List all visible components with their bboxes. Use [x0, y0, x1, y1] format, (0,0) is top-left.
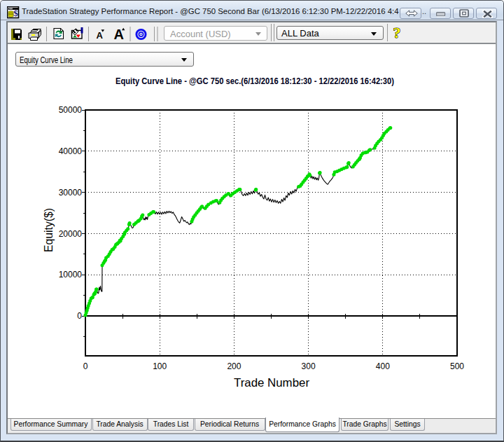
- svg-text:30000: 30000: [59, 188, 83, 198]
- svg-text:200: 200: [227, 361, 241, 371]
- svg-text:Equity Curve Line - @GC 750 se: Equity Curve Line - @GC 750 sec.(6/13/20…: [115, 76, 394, 86]
- svg-text:10000: 10000: [59, 270, 83, 279]
- svg-text:20000: 20000: [59, 229, 83, 239]
- svg-text:100: 100: [153, 361, 167, 371]
- svg-text:400: 400: [376, 361, 390, 371]
- svg-text:Equity($): Equity($): [43, 208, 55, 252]
- svg-text:0: 0: [83, 361, 88, 371]
- svg-text:50000: 50000: [59, 105, 83, 115]
- svg-text:Trade Number: Trade Number: [234, 376, 310, 389]
- svg-text:0: 0: [77, 311, 82, 321]
- svg-text:300: 300: [302, 361, 316, 371]
- svg-text:40000: 40000: [59, 146, 83, 156]
- svg-text:500: 500: [450, 361, 464, 371]
